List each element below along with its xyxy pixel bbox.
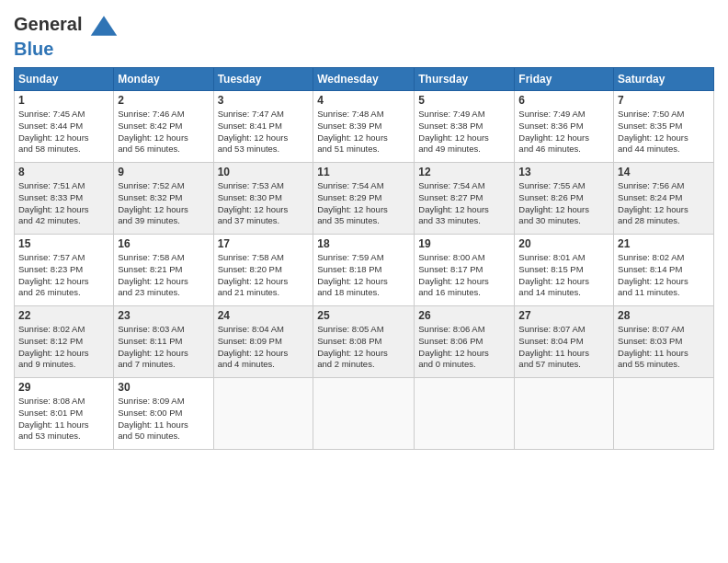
day-number: 21 (618, 237, 710, 250)
day-info: Sunrise: 7:54 AM Sunset: 8:29 PM Dayligh… (317, 180, 410, 227)
day-info: Sunrise: 7:54 AM Sunset: 8:27 PM Dayligh… (418, 180, 510, 227)
day-cell: 28Sunrise: 8:07 AM Sunset: 8:03 PM Dayli… (614, 306, 714, 378)
day-info: Sunrise: 7:53 AM Sunset: 8:30 PM Dayligh… (218, 180, 310, 227)
day-info: Sunrise: 7:45 AM Sunset: 8:44 PM Dayligh… (18, 109, 109, 155)
day-cell: 18Sunrise: 7:59 AM Sunset: 8:18 PM Dayli… (313, 235, 415, 306)
day-number: 12 (418, 166, 510, 178)
day-info: Sunrise: 8:07 AM Sunset: 8:04 PM Dayligh… (518, 324, 609, 371)
day-info: Sunrise: 7:47 AM Sunset: 8:41 PM Dayligh… (218, 109, 310, 155)
day-number: 30 (118, 381, 209, 394)
day-info: Sunrise: 7:46 AM Sunset: 8:42 PM Dayligh… (118, 109, 209, 155)
day-cell: 11Sunrise: 7:54 AM Sunset: 8:29 PM Dayli… (313, 163, 415, 235)
page-container: General Blue SundayMondayTuesdayWednesda… (0, 0, 728, 459)
day-number: 14 (618, 166, 710, 178)
day-number: 7 (618, 94, 710, 107)
day-cell: 5Sunrise: 7:49 AM Sunset: 8:38 PM Daylig… (415, 91, 515, 163)
day-info: Sunrise: 8:05 AM Sunset: 8:08 PM Dayligh… (317, 324, 410, 371)
day-cell: 12Sunrise: 7:54 AM Sunset: 8:27 PM Dayli… (415, 163, 515, 235)
week-row-2: 8Sunrise: 7:51 AM Sunset: 8:33 PM Daylig… (15, 163, 714, 235)
day-info: Sunrise: 8:04 AM Sunset: 8:09 PM Dayligh… (218, 324, 310, 371)
header-row: SundayMondayTuesdayWednesdayThursdayFrid… (15, 68, 714, 91)
day-info: Sunrise: 7:57 AM Sunset: 8:23 PM Dayligh… (18, 252, 109, 299)
day-number: 25 (317, 309, 410, 322)
day-number: 29 (18, 381, 109, 394)
day-number: 9 (118, 166, 209, 178)
day-number: 15 (18, 237, 109, 250)
week-row-5: 29Sunrise: 8:08 AM Sunset: 8:01 PM Dayli… (15, 378, 714, 450)
day-number: 26 (418, 309, 510, 322)
svg-marker-0 (91, 16, 117, 35)
header-saturday: Saturday (614, 68, 714, 91)
day-info: Sunrise: 8:03 AM Sunset: 8:11 PM Dayligh… (118, 324, 209, 371)
day-cell: 16Sunrise: 7:58 AM Sunset: 8:21 PM Dayli… (114, 235, 213, 306)
day-cell: 22Sunrise: 8:02 AM Sunset: 8:12 PM Dayli… (15, 306, 114, 378)
day-cell: 2Sunrise: 7:46 AM Sunset: 8:42 PM Daylig… (114, 91, 213, 163)
day-number: 5 (418, 94, 510, 107)
day-cell: 25Sunrise: 8:05 AM Sunset: 8:08 PM Dayli… (313, 306, 415, 378)
day-number: 19 (418, 237, 510, 250)
day-number: 20 (518, 237, 609, 250)
day-info: Sunrise: 7:48 AM Sunset: 8:39 PM Dayligh… (317, 109, 410, 155)
day-info: Sunrise: 7:58 AM Sunset: 8:20 PM Dayligh… (218, 252, 310, 299)
day-cell (614, 378, 714, 450)
day-cell (415, 378, 515, 450)
day-cell: 24Sunrise: 8:04 AM Sunset: 8:09 PM Dayli… (213, 306, 313, 378)
week-row-1: 1Sunrise: 7:45 AM Sunset: 8:44 PM Daylig… (15, 91, 714, 163)
day-cell: 3Sunrise: 7:47 AM Sunset: 8:41 PM Daylig… (213, 91, 313, 163)
day-info: Sunrise: 8:01 AM Sunset: 8:15 PM Dayligh… (518, 252, 609, 299)
day-number: 17 (218, 237, 310, 250)
day-cell: 8Sunrise: 7:51 AM Sunset: 8:33 PM Daylig… (15, 163, 114, 235)
day-number: 10 (218, 166, 310, 178)
header-tuesday: Tuesday (213, 68, 313, 91)
header-thursday: Thursday (415, 68, 515, 91)
header-friday: Friday (515, 68, 614, 91)
day-cell: 21Sunrise: 8:02 AM Sunset: 8:14 PM Dayli… (614, 235, 714, 306)
day-number: 16 (118, 237, 209, 250)
day-cell: 15Sunrise: 7:57 AM Sunset: 8:23 PM Dayli… (15, 235, 114, 306)
day-number: 23 (118, 309, 209, 322)
day-info: Sunrise: 8:00 AM Sunset: 8:17 PM Dayligh… (418, 252, 510, 299)
day-cell: 10Sunrise: 7:53 AM Sunset: 8:30 PM Dayli… (213, 163, 313, 235)
day-cell: 17Sunrise: 7:58 AM Sunset: 8:20 PM Dayli… (213, 235, 313, 306)
day-cell: 27Sunrise: 8:07 AM Sunset: 8:04 PM Dayli… (515, 306, 614, 378)
day-cell: 4Sunrise: 7:48 AM Sunset: 8:39 PM Daylig… (313, 91, 415, 163)
day-info: Sunrise: 7:51 AM Sunset: 8:33 PM Dayligh… (18, 180, 109, 227)
day-number: 13 (518, 166, 609, 178)
day-info: Sunrise: 7:50 AM Sunset: 8:35 PM Dayligh… (618, 109, 710, 155)
day-cell: 6Sunrise: 7:49 AM Sunset: 8:36 PM Daylig… (515, 91, 614, 163)
day-number: 18 (317, 237, 410, 250)
day-number: 22 (18, 309, 109, 322)
day-number: 1 (18, 94, 109, 107)
day-cell (213, 378, 313, 450)
logo: General Blue (14, 13, 119, 60)
day-cell: 30Sunrise: 8:09 AM Sunset: 8:00 PM Dayli… (114, 378, 213, 450)
day-info: Sunrise: 8:02 AM Sunset: 8:12 PM Dayligh… (18, 324, 109, 371)
day-cell: 23Sunrise: 8:03 AM Sunset: 8:11 PM Dayli… (114, 306, 213, 378)
day-info: Sunrise: 8:06 AM Sunset: 8:06 PM Dayligh… (418, 324, 510, 371)
day-info: Sunrise: 7:55 AM Sunset: 8:26 PM Dayligh… (518, 180, 609, 227)
day-number: 28 (618, 309, 710, 322)
day-info: Sunrise: 7:49 AM Sunset: 8:38 PM Dayligh… (418, 109, 510, 155)
day-cell: 9Sunrise: 7:52 AM Sunset: 8:32 PM Daylig… (114, 163, 213, 235)
header-monday: Monday (114, 68, 213, 91)
page-header: General Blue (14, 9, 714, 60)
day-info: Sunrise: 7:56 AM Sunset: 8:24 PM Dayligh… (618, 180, 710, 227)
day-number: 3 (218, 94, 310, 107)
day-number: 27 (518, 309, 609, 322)
day-cell: 13Sunrise: 7:55 AM Sunset: 8:26 PM Dayli… (515, 163, 614, 235)
header-sunday: Sunday (15, 68, 114, 91)
day-cell (515, 378, 614, 450)
day-number: 6 (518, 94, 609, 107)
week-row-4: 22Sunrise: 8:02 AM Sunset: 8:12 PM Dayli… (15, 306, 714, 378)
day-cell: 7Sunrise: 7:50 AM Sunset: 8:35 PM Daylig… (614, 91, 714, 163)
day-info: Sunrise: 8:09 AM Sunset: 8:00 PM Dayligh… (118, 396, 209, 442)
day-info: Sunrise: 7:49 AM Sunset: 8:36 PM Dayligh… (518, 109, 609, 155)
day-cell (313, 378, 415, 450)
day-info: Sunrise: 7:58 AM Sunset: 8:21 PM Dayligh… (118, 252, 209, 299)
day-cell: 1Sunrise: 7:45 AM Sunset: 8:44 PM Daylig… (15, 91, 114, 163)
day-info: Sunrise: 7:52 AM Sunset: 8:32 PM Dayligh… (118, 180, 209, 227)
logo-text: General Blue (14, 13, 119, 60)
day-number: 8 (18, 166, 109, 178)
day-info: Sunrise: 8:08 AM Sunset: 8:01 PM Dayligh… (18, 396, 109, 442)
day-number: 11 (317, 166, 410, 178)
